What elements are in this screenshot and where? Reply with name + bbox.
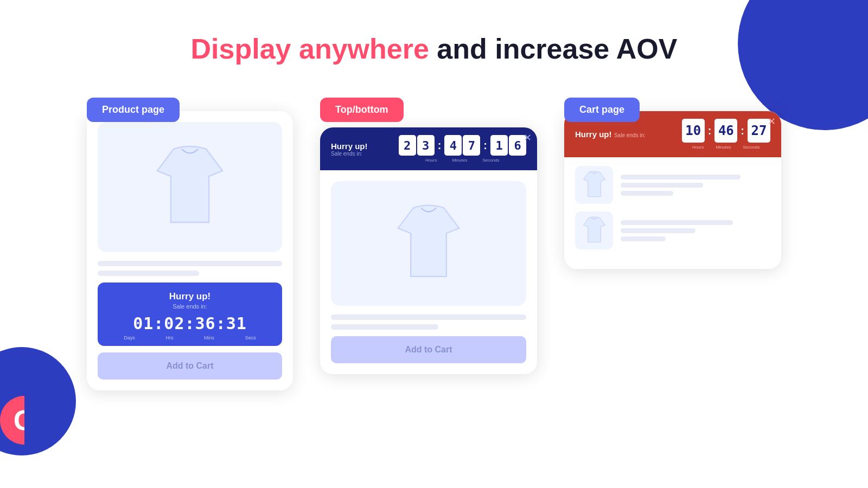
cart-item-1 xyxy=(575,166,770,204)
second-digit-1: 1 xyxy=(490,135,508,156)
middle-shirt-icon xyxy=(388,197,469,290)
cart-minutes-label: Minutes xyxy=(716,145,731,150)
product-placeholder-lines xyxy=(98,261,282,276)
cart-colon-1: : xyxy=(708,125,712,137)
minute-digit-1: 4 xyxy=(444,135,462,156)
flip-seconds-label: Seconds xyxy=(482,158,499,163)
product-timer-banner: Hurry up! Sale ends in: 01:02:36:31 Days… xyxy=(98,282,282,346)
top-bottom-badge: Top/bottom xyxy=(320,98,404,122)
colon-2: : xyxy=(483,139,487,152)
hours-digits: 2 3 xyxy=(399,135,435,156)
cart-item-1-line-2 xyxy=(621,183,703,188)
placeholder-line-2 xyxy=(98,271,199,276)
flip-clock-container: 2 3 : 4 7 xyxy=(399,135,526,163)
middle-card-body: Add to Cart xyxy=(320,170,537,374)
cart-second-digit: 27 xyxy=(748,119,770,143)
product-add-to-cart-button[interactable]: Add to Cart xyxy=(98,352,282,380)
cart-flip-clock-row: 10 : 46 : 27 xyxy=(682,119,770,143)
middle-shirt-image xyxy=(331,181,526,306)
flip-clock-row: 2 3 : 4 7 xyxy=(399,135,526,156)
top-banner-left: Hurry up! Sale ends in: xyxy=(331,142,368,157)
timer-label-hrs: Hrs xyxy=(165,335,173,341)
minutes-digits: 4 7 xyxy=(444,135,480,156)
page-headline: Display anywhere and increase AOV xyxy=(191,33,678,65)
top-banner-hurry: Hurry up! xyxy=(331,142,368,151)
seconds-wrapper: 1 6 xyxy=(490,135,526,156)
cart-page-badge: Cart page xyxy=(564,98,640,122)
flip-minutes-label: Minutes xyxy=(452,158,467,163)
main-content: Display anywhere and increase AOV Produc… xyxy=(0,0,868,390)
cart-hours-label: Hours xyxy=(692,145,704,150)
cart-item-2 xyxy=(575,211,770,249)
cart-item-1-lines xyxy=(621,175,770,196)
product-hurry-title: Hurry up! xyxy=(108,291,271,302)
cart-flip-clock-labels: Hours Minutes Seconds xyxy=(692,145,760,150)
product-page-section: Product page xyxy=(87,98,293,390)
hour-digit-2: 3 xyxy=(417,135,435,156)
timer-label-mins: Mins xyxy=(204,335,214,341)
cart-item-2-image xyxy=(575,211,613,249)
cart-shirt-icon-1 xyxy=(579,169,609,201)
top-banner-sale: Sale ends in: xyxy=(331,151,368,157)
cart-banner-left: Hurry up! Sale ends in: xyxy=(575,130,646,139)
cart-hour-digit: 10 xyxy=(682,119,705,143)
product-timer-digits: 01:02:36:31 xyxy=(108,314,271,333)
minute-digit-2: 7 xyxy=(463,135,480,156)
cart-page-section: Cart page Hurry up! Sale ends in: xyxy=(564,98,781,269)
cart-item-2-line-2 xyxy=(621,228,695,233)
timer-label-secs: Secs xyxy=(245,335,256,341)
cart-minute-digit: 46 xyxy=(714,119,737,143)
cart-item-1-line-3 xyxy=(621,191,673,196)
cards-row: Product page xyxy=(87,98,781,390)
flip-hours-label: Hours xyxy=(425,158,437,163)
middle-line-1 xyxy=(331,314,526,320)
product-shirt-image xyxy=(98,122,282,252)
top-banner-close-button[interactable]: ✕ xyxy=(524,132,532,144)
headline-rest: and increase AOV xyxy=(429,33,678,65)
cart-flip-clock-container: 10 : 46 : 27 Hours Minutes Seconds xyxy=(682,119,770,150)
product-sale-ends: Sale ends in: xyxy=(108,303,271,310)
cart-seconds-label: Seconds xyxy=(743,145,760,150)
product-page-badge: Product page xyxy=(87,98,180,122)
placeholder-line-1 xyxy=(98,261,282,266)
hour-digit-1: 2 xyxy=(399,135,416,156)
cart-shirt-icon-2 xyxy=(579,214,609,247)
middle-add-to-cart-button[interactable]: Add to Cart xyxy=(331,336,526,363)
middle-card-inner: Hurry up! Sale ends in: 2 xyxy=(320,127,537,374)
cart-item-1-line-1 xyxy=(621,175,741,179)
minutes-wrapper: 4 7 xyxy=(444,135,480,156)
cart-items-body xyxy=(564,157,781,258)
cart-sale-ends: Sale ends in: xyxy=(614,132,646,138)
cart-item-2-lines xyxy=(621,220,770,241)
middle-placeholder-lines xyxy=(331,314,526,330)
cart-item-2-line-3 xyxy=(621,236,666,241)
product-page-card: Hurry up! Sale ends in: 01:02:36:31 Days… xyxy=(87,111,293,390)
shirt-icon xyxy=(146,138,233,236)
cart-colon-2: : xyxy=(741,125,744,137)
cart-item-1-image xyxy=(575,166,613,204)
top-bottom-card: Hurry up! Sale ends in: 2 xyxy=(320,127,537,374)
product-card-inner: Hurry up! Sale ends in: 01:02:36:31 Days… xyxy=(87,111,293,390)
seconds-digits: 1 6 xyxy=(490,135,526,156)
timer-label-days: Days xyxy=(124,335,135,341)
cart-banner-close-button[interactable]: ✕ xyxy=(768,115,776,127)
hours-wrapper: 2 3 xyxy=(399,135,435,156)
middle-line-2 xyxy=(331,324,438,330)
product-timer-labels: Days Hrs Mins Secs xyxy=(108,335,271,341)
cart-page-card: Hurry up! Sale ends in: 10 : 46 : xyxy=(564,111,781,269)
colon-1: : xyxy=(438,139,442,152)
cart-item-2-line-1 xyxy=(621,220,733,225)
headline-highlight: Display anywhere xyxy=(191,33,429,65)
cart-card-inner: Hurry up! Sale ends in: 10 : 46 : xyxy=(564,111,781,269)
flip-clock-labels: Hours Minutes Seconds xyxy=(425,158,500,163)
top-bottom-section: Top/bottom Hurry up! Sale ends in: xyxy=(320,98,537,374)
top-banner-strip: Hurry up! Sale ends in: 2 xyxy=(320,127,537,170)
cart-hurry-title: Hurry up! xyxy=(575,130,612,139)
